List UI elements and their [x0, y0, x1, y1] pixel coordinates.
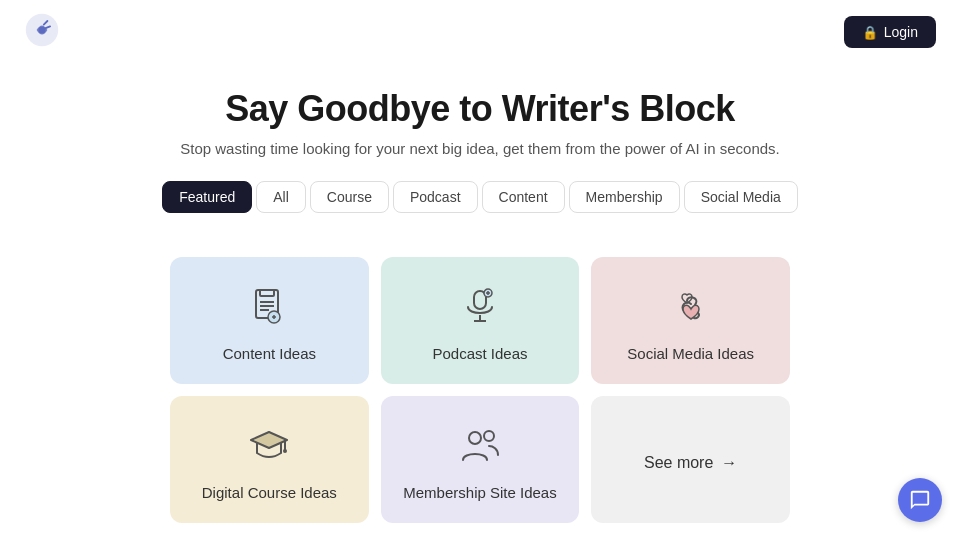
svg-point-18	[283, 449, 287, 453]
hero-title: Say Goodbye to Writer's Block	[20, 88, 940, 130]
chat-icon	[909, 489, 931, 511]
card-digital-course-ideas[interactable]: Digital Course Ideas	[170, 396, 369, 523]
graduation-icon	[247, 424, 291, 474]
hero-subtitle: Stop wasting time looking for your next …	[20, 140, 940, 157]
svg-point-1	[38, 26, 45, 33]
filter-tab-membership[interactable]: Membership	[569, 181, 680, 213]
filter-tab-content[interactable]: Content	[482, 181, 565, 213]
card-content-ideas[interactable]: Content Ideas	[170, 257, 369, 384]
document-icon	[247, 285, 291, 335]
filter-tab-social-media[interactable]: Social Media	[684, 181, 798, 213]
card-podcast-ideas[interactable]: Podcast Ideas	[381, 257, 580, 384]
lock-icon: 🔒	[862, 25, 878, 40]
card-social-media-ideas[interactable]: Social Media Ideas	[591, 257, 790, 384]
filter-tab-course[interactable]: Course	[310, 181, 389, 213]
card-see-more[interactable]: See more →	[591, 396, 790, 523]
social-icon	[669, 285, 713, 335]
footer: Terms of Service Privacy Policy Built by…	[0, 523, 960, 540]
see-more-text: See more	[644, 454, 713, 472]
membership-site-ideas-label: Membership Site Ideas	[403, 484, 556, 501]
chat-bubble-button[interactable]	[898, 478, 942, 522]
svg-point-20	[484, 431, 494, 441]
content-ideas-label: Content Ideas	[223, 345, 316, 362]
see-more-label: See more →	[644, 454, 737, 472]
cards-grid: Content Ideas Podcast Ideas	[70, 257, 890, 523]
social-media-ideas-label: Social Media Ideas	[627, 345, 754, 362]
svg-rect-3	[260, 290, 274, 296]
svg-point-19	[469, 432, 481, 444]
card-membership-site-ideas[interactable]: Membership Site Ideas	[381, 396, 580, 523]
filter-tab-podcast[interactable]: Podcast	[393, 181, 478, 213]
header: 🔒 Login	[0, 0, 960, 64]
hero-section: Say Goodbye to Writer's Block Stop wasti…	[0, 64, 960, 257]
microphone-icon	[458, 285, 502, 335]
login-label: Login	[884, 24, 918, 40]
logo	[24, 12, 60, 52]
digital-course-ideas-label: Digital Course Ideas	[202, 484, 337, 501]
filter-tabs: FeaturedAllCoursePodcastContentMembershi…	[20, 181, 940, 213]
people-icon	[458, 424, 502, 474]
arrow-right-icon: →	[721, 454, 737, 472]
podcast-ideas-label: Podcast Ideas	[432, 345, 527, 362]
login-button[interactable]: 🔒 Login	[844, 16, 936, 48]
filter-tab-all[interactable]: All	[256, 181, 306, 213]
filter-tab-featured[interactable]: Featured	[162, 181, 252, 213]
